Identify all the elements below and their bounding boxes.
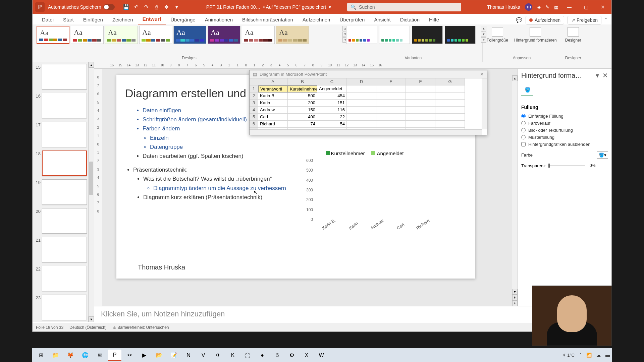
tab-zeichnen[interactable]: Zeichnen xyxy=(108,15,138,24)
toggle-icon[interactable] xyxy=(103,4,115,10)
maximize-button[interactable]: ▢ xyxy=(580,3,592,11)
search-input[interactable]: 🔍 Suchen xyxy=(347,3,461,11)
redo-icon[interactable]: ↷ xyxy=(143,3,150,11)
slide-thumb[interactable] xyxy=(42,122,87,147)
taskbar-excel[interactable]: X xyxy=(300,350,313,361)
cloud-icon[interactable]: ☁ xyxy=(596,353,601,358)
slide-thumb[interactable] xyxy=(42,150,87,176)
taskbar-snip[interactable]: ✂ xyxy=(123,350,136,361)
weather-widget[interactable]: ☀ 1°C xyxy=(562,353,575,358)
save-icon[interactable]: 💾 xyxy=(123,3,130,11)
calendar-icon[interactable]: ▦ xyxy=(554,4,558,10)
chevron-down-icon[interactable]: ▾ xyxy=(329,4,331,10)
taskbar-powerpoint[interactable]: P xyxy=(108,350,121,361)
datagrid-hscroll[interactable] xyxy=(250,129,482,135)
editor-scrollbar[interactable]: ▲ ▼ ⇞ ⇟ xyxy=(512,75,518,306)
theme-thumb[interactable]: Aa xyxy=(105,26,138,44)
slide-counter[interactable]: Folie 18 von 33 xyxy=(36,325,63,330)
taskbar-files[interactable]: 📁 xyxy=(49,350,62,361)
taskbar-onenote[interactable]: N xyxy=(182,350,195,361)
taskbar-gear[interactable]: ⚙ xyxy=(285,350,299,361)
fill-option[interactable]: Hintergrundgrafiken ausblenden xyxy=(521,141,608,148)
slide-size-button[interactable]: Foliengröße xyxy=(485,26,510,44)
slide-thumb[interactable] xyxy=(42,179,87,205)
variant-gallery[interactable]: ▲▼▾ xyxy=(346,26,480,44)
collapse-ribbon-icon[interactable]: ˅ xyxy=(605,17,607,23)
expand-gallery-icon[interactable]: ▾ xyxy=(481,37,486,43)
tab-überprüfen[interactable]: Überprüfen xyxy=(335,15,369,24)
thumbnails-scrollbar[interactable]: ▲ ▼ xyxy=(88,62,94,322)
slide-thumb[interactable] xyxy=(42,208,87,234)
taskbar-vlc[interactable]: ▶ xyxy=(138,350,151,361)
datagrid-title[interactable]: ▤ Diagramm in Microsoft PowerPoint ✕ xyxy=(250,70,487,78)
taskbar-circ[interactable]: ● xyxy=(256,350,269,361)
slide-thumb[interactable] xyxy=(42,93,87,118)
wifi-icon[interactable]: 📶 xyxy=(586,353,592,358)
format-background-button[interactable]: Hintergrund formatieren xyxy=(512,26,559,44)
slide-thumb[interactable] xyxy=(42,266,87,291)
theme-thumb[interactable]: Aa xyxy=(139,26,172,44)
taskbar-o[interactable]: ◯ xyxy=(241,350,254,361)
tab-aufzeichnen[interactable]: Aufzeichnen xyxy=(298,15,335,24)
vertical-ruler[interactable]: 87654321012345678 xyxy=(94,69,102,306)
comments-icon[interactable]: 💬 xyxy=(516,17,522,23)
tab-entwurf[interactable]: Entwurf xyxy=(138,14,166,24)
scroll-up-icon[interactable]: ▲ xyxy=(512,75,518,81)
quickprint-icon[interactable]: ⎙ xyxy=(153,3,160,11)
scrollbar-handle[interactable] xyxy=(89,162,93,195)
language-indicator[interactable]: Deutsch (Österreich) xyxy=(69,325,107,330)
fill-option[interactable]: Musterfüllung xyxy=(521,134,608,141)
tab-bildschirmpräsentation[interactable]: Bildschirmpräsentation xyxy=(237,15,298,24)
slide-thumb[interactable] xyxy=(42,64,87,89)
chevron-up-icon[interactable]: ˄ xyxy=(579,353,582,358)
next-slide-icon[interactable]: ⇟ xyxy=(512,300,518,306)
variant-thumb[interactable] xyxy=(412,26,443,44)
accessibility-check[interactable]: ⚠ Barrierefreiheit: Untersuchen xyxy=(113,325,169,330)
scroll-down-icon[interactable]: ▼ xyxy=(512,289,518,295)
touchmode-icon[interactable]: ✥ xyxy=(163,3,170,11)
fill-option[interactable]: Bild- oder Texturfüllung xyxy=(521,127,608,134)
theme-thumb[interactable]: Aa xyxy=(173,26,206,44)
share-button[interactable]: ↗ Freigeben xyxy=(568,16,601,24)
taskbar-folder[interactable]: 📂 xyxy=(152,350,166,361)
tab-dictation[interactable]: Dictation xyxy=(395,15,424,24)
horizontal-ruler[interactable]: 1615141312111098765432101234567891011121… xyxy=(94,62,611,69)
save-location[interactable]: • Auf "diesem PC" gespeichert xyxy=(263,4,326,10)
battery-icon[interactable]: ▬ xyxy=(605,353,610,358)
theme-thumb[interactable]: Aa xyxy=(208,26,240,44)
transparency-slider[interactable] xyxy=(548,165,586,166)
datagrid-cells[interactable]: ABCDEFG1VerantwortlKursteilnehmeAngemeld… xyxy=(250,78,487,135)
close-button[interactable]: ✕ xyxy=(597,3,609,11)
datagrid-vscroll[interactable] xyxy=(482,78,487,129)
taskbar-v[interactable]: V xyxy=(197,350,210,361)
chevron-down-icon[interactable]: ▾ xyxy=(596,71,599,79)
undo-icon[interactable]: ↶ xyxy=(133,3,140,11)
color-picker[interactable]: 🪣▾ xyxy=(597,151,608,159)
scroll-up-icon[interactable]: ▲ xyxy=(89,62,94,68)
taskbar-chrome[interactable]: 🌐 xyxy=(78,350,92,361)
taskbar-w[interactable]: W xyxy=(315,350,328,361)
scroll-down-icon[interactable]: ▼ xyxy=(481,32,486,37)
variant-thumb[interactable] xyxy=(445,26,476,44)
user-avatar[interactable]: TH xyxy=(525,3,532,11)
slide-thumbnails-panel[interactable]: 15161718192021222324 ▲ ▼ xyxy=(33,62,94,322)
taskbar-telegram[interactable]: ✈ xyxy=(211,350,225,361)
chart-data-editor[interactable]: ▤ Diagramm in Microsoft PowerPoint ✕ ABC… xyxy=(249,70,487,135)
close-icon[interactable]: ✕ xyxy=(480,72,484,77)
taskbar-firefox[interactable]: 🦊 xyxy=(64,350,77,361)
qat-more-icon[interactable]: ▾ xyxy=(173,3,180,11)
close-icon[interactable]: ✕ xyxy=(602,71,608,79)
tab-ansicht[interactable]: Ansicht xyxy=(369,15,395,24)
prev-slide-icon[interactable]: ⇞ xyxy=(512,295,518,300)
tab-hilfe[interactable]: Hilfe xyxy=(424,15,444,24)
taskbar-start[interactable]: ⊞ xyxy=(34,350,48,361)
file-name[interactable]: PPT 01 Roter Faden 00… xyxy=(206,4,261,10)
record-button[interactable]: Aufzeichnen xyxy=(526,16,564,24)
format-background-pane[interactable]: Hintergrund forma… ▾ ✕ 🪣 Füllung Einfarb… xyxy=(518,69,611,306)
fill-bucket-icon[interactable]: 🪣 xyxy=(521,84,533,96)
autosave-toggle[interactable]: Automatisches Speichern xyxy=(48,4,115,10)
taskbar-k[interactable]: K xyxy=(226,350,239,361)
diamond-icon[interactable]: ◈ xyxy=(537,4,541,10)
variant-thumb[interactable] xyxy=(346,26,377,44)
theme-thumb[interactable]: Aa xyxy=(276,26,309,44)
